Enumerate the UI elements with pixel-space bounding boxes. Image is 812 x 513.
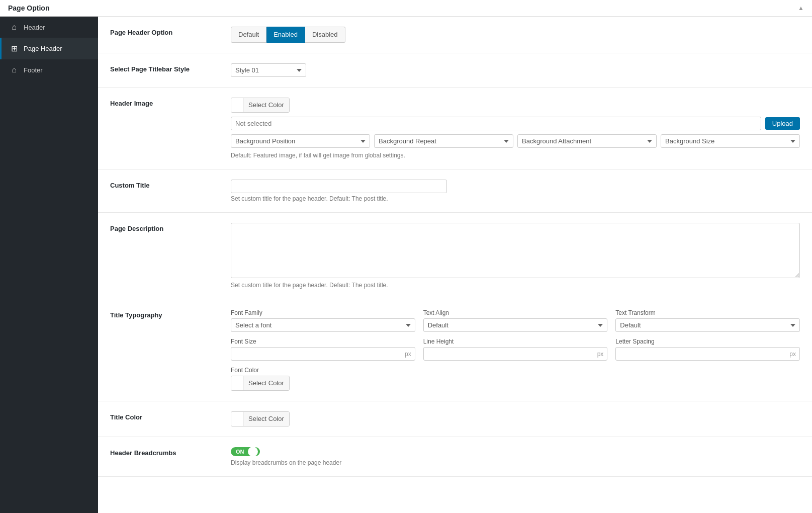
font-size-label: Font Size (231, 338, 415, 345)
font-size-wrap: px (231, 347, 415, 361)
page-header-option-btn-group: Default Enabled Disabled (231, 27, 800, 43)
toggle-on-label: ON (233, 449, 244, 455)
title-color-swatch (231, 412, 243, 426)
title-color-label: Title Color (110, 411, 221, 421)
page-description-label: Page Description (110, 223, 221, 232)
page-header-option-controls: Default Enabled Disabled (231, 27, 800, 43)
title-typography-row: Title Typography Font Family Select a fo… (98, 299, 812, 401)
text-transform-field: Text Transform Default Uppercase Lowerca… (615, 309, 800, 332)
text-transform-label: Text Transform (615, 309, 800, 316)
custom-title-help: Set custom title for the page header. De… (231, 195, 800, 202)
title-color-btn[interactable]: Select Color (231, 411, 290, 426)
header-image-row: Header Image Select Color Upload Backgro… (98, 88, 812, 169)
custom-title-row: Custom Title Set custom title for the pa… (98, 169, 812, 213)
font-color-area: Font Color Select Color (231, 367, 800, 391)
titlebar-style-row: Select Page Titlebar Style Style 01 Styl… (98, 53, 812, 88)
line-height-input[interactable] (423, 347, 608, 361)
sidebar-item-label: Header (24, 24, 45, 31)
text-align-select[interactable]: Default Left Center Right (423, 318, 608, 332)
page-description-controls: Set custom title for the page header. De… (231, 223, 800, 289)
header-image-select-color-label: Select Color (243, 98, 289, 112)
upload-button[interactable]: Upload (765, 117, 800, 130)
font-size-field: Font Size px (231, 338, 415, 361)
header-image-controls: Select Color Upload Background Position … (231, 98, 800, 159)
line-height-wrap: px (423, 347, 608, 361)
sidebar-item-footer[interactable]: ⌂ Footer (0, 59, 98, 80)
page-option-title: Page Option (8, 4, 49, 12)
font-family-label: Font Family (231, 309, 415, 316)
font-color-label: Font Color (231, 367, 800, 374)
page-option-header: Page Option ▲ (0, 0, 812, 17)
letter-spacing-label: Letter Spacing (615, 338, 800, 345)
custom-title-controls: Set custom title for the page header. De… (231, 180, 800, 202)
btn-default[interactable]: Default (231, 27, 266, 43)
titlebar-style-select[interactable]: Style 01 Style 02 Style 03 (231, 63, 306, 77)
typo-grid: Font Family Select a font Text Align Def… (231, 309, 800, 361)
header-breadcrumbs-row: Header Breadcrumbs ON Display breadcrumb… (98, 437, 812, 477)
page-header-option-label: Page Header Option (110, 27, 221, 36)
bg-attachment-select[interactable]: Background Attachment (517, 134, 657, 148)
text-align-label: Text Align (423, 309, 608, 316)
page-description-row: Page Description Set custom title for th… (98, 213, 812, 299)
title-color-controls: Select Color (231, 411, 800, 426)
page-description-help: Set custom title for the page header. De… (231, 282, 800, 289)
sidebar-item-label: Footer (24, 66, 43, 74)
line-height-field: Line Height px (423, 338, 608, 361)
bg-position-select[interactable]: Background Position (231, 134, 370, 148)
title-color-row: Title Color Select Color (98, 401, 812, 437)
letter-spacing-wrap: px (615, 347, 800, 361)
text-transform-select[interactable]: Default Uppercase Lowercase (615, 318, 800, 332)
btn-disabled[interactable]: Disabled (305, 27, 345, 43)
letter-spacing-input[interactable] (615, 347, 800, 361)
breadcrumbs-help: Display breadcrumbs on the page header (231, 459, 800, 466)
footer-icon: ⌂ (10, 65, 19, 74)
sidebar-item-label: Page Header (24, 45, 62, 52)
btn-enabled[interactable]: Enabled (266, 27, 305, 43)
header-image-file-input[interactable] (231, 117, 761, 130)
title-color-select-label: Select Color (243, 412, 289, 426)
header-breadcrumbs-controls: ON Display breadcrumbs on the page heade… (231, 447, 800, 466)
font-color-swatch (231, 376, 243, 390)
breadcrumbs-toggle[interactable]: ON (231, 447, 260, 456)
titlebar-style-label: Select Page Titlebar Style (110, 63, 221, 73)
header-image-color-btn[interactable]: Select Color (231, 98, 290, 113)
letter-spacing-field: Letter Spacing px (615, 338, 800, 361)
bg-size-select[interactable]: Background Size (661, 134, 800, 148)
home-icon: ⌂ (10, 23, 19, 32)
font-color-btn[interactable]: Select Color (231, 376, 290, 391)
line-height-label: Line Height (423, 338, 608, 345)
custom-title-input[interactable] (231, 180, 447, 193)
header-image-label: Header Image (110, 98, 221, 107)
header-image-color-swatch (231, 98, 243, 112)
font-size-input[interactable] (231, 347, 415, 361)
text-align-field: Text Align Default Left Center Right (423, 309, 608, 332)
content-area: Page Header Option Default Enabled Disab… (98, 17, 812, 513)
header-image-help: Default: Featured image, if fail will ge… (231, 152, 800, 159)
font-family-select[interactable]: Select a font (231, 318, 415, 332)
bg-repeat-select[interactable]: Background Repeat (374, 134, 513, 148)
toggle-knob (248, 447, 258, 457)
breadcrumbs-toggle-wrap: ON (231, 447, 800, 456)
header-breadcrumbs-label: Header Breadcrumbs (110, 447, 221, 457)
header-image-file-row: Upload (231, 117, 800, 130)
collapse-icon[interactable]: ▲ (798, 5, 804, 12)
custom-title-label: Custom Title (110, 180, 221, 189)
sidebar-item-page-header[interactable]: ⊞ Page Header (0, 38, 98, 59)
page-header-icon: ⊞ (10, 44, 19, 53)
title-typography-label: Title Typography (110, 309, 221, 319)
page-header-option-row: Page Header Option Default Enabled Disab… (98, 17, 812, 53)
page-description-textarea[interactable] (231, 223, 800, 278)
font-color-select-label: Select Color (243, 376, 289, 390)
title-typography-controls: Font Family Select a font Text Align Def… (231, 309, 800, 391)
font-family-field: Font Family Select a font (231, 309, 415, 332)
bg-selects: Background Position Background Repeat Ba… (231, 134, 800, 148)
titlebar-style-controls: Style 01 Style 02 Style 03 (231, 63, 800, 77)
sidebar: ⌂ Header ⊞ Page Header ⌂ Footer (0, 17, 98, 513)
sidebar-item-header[interactable]: ⌂ Header (0, 17, 98, 38)
